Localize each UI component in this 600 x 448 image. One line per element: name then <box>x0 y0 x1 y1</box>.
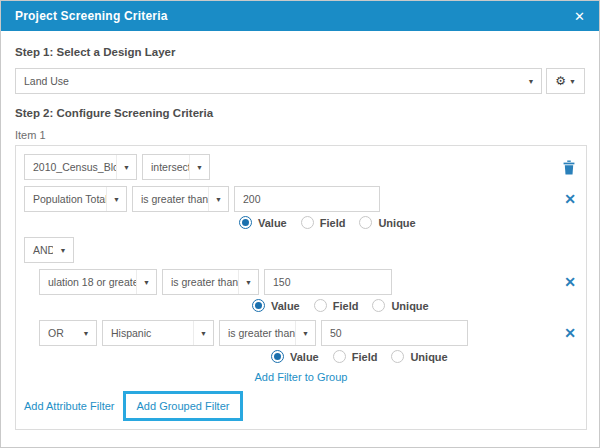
add-grouped-filter-highlight: Add Grouped Filter <box>123 391 244 421</box>
dialog-title: Project Screening Criteria <box>15 9 168 23</box>
chevron-down-icon: ▼ <box>116 155 136 179</box>
spatial-relation-select[interactable]: intersects ▼ <box>142 154 210 180</box>
grouped-filter1-field-value: ulation 18 or greater <box>40 276 136 288</box>
grouped-filter2-value-input[interactable] <box>321 320 468 346</box>
chevron-down-icon: ▼ <box>238 270 258 294</box>
radio-field[interactable]: Field <box>314 299 359 312</box>
filter1-mode-radios: Value Field Unique <box>24 216 578 229</box>
step1-label: Step 1: Select a Design Layer <box>15 46 585 58</box>
chevron-down-icon: ▼ <box>521 69 541 93</box>
radio-selected-icon <box>239 216 252 229</box>
radio-value[interactable]: Value <box>252 299 300 312</box>
chevron-down-icon: ▼ <box>53 238 73 262</box>
radio-unselected-icon <box>359 216 372 229</box>
group-operator-row: AND ▼ <box>24 237 578 263</box>
remove-filter1-button[interactable]: ✕ <box>562 192 578 206</box>
item-header-row: 2010_Census_Blocks ▼ intersects ▼ <box>24 154 578 180</box>
radio-unselected-icon <box>391 350 404 363</box>
design-layer-value: Land Use <box>16 75 521 87</box>
chevron-down-icon: ▼ <box>193 321 213 345</box>
grouped-filter-row-2: OR ▼ Hispanic ▼ is greater than ▼ ✕ <box>24 320 578 346</box>
radio-unselected-icon <box>314 299 327 312</box>
radio-unselected-icon <box>333 350 346 363</box>
dialog-header: Project Screening Criteria ✕ <box>1 1 599 31</box>
filter1-value-input[interactable] <box>234 186 380 212</box>
radio-field[interactable]: Field <box>333 350 378 363</box>
chevron-down-icon: ▼ <box>208 187 228 211</box>
radio-value[interactable]: Value <box>239 216 287 229</box>
add-attribute-filter-link[interactable]: Add Attribute Filter <box>24 400 115 412</box>
radio-selected-icon <box>252 299 265 312</box>
radio-unselected-icon <box>372 299 385 312</box>
radio-unique[interactable]: Unique <box>391 350 447 363</box>
grouped-filter1-value-input[interactable] <box>264 269 392 295</box>
remove-grouped-filter2-button[interactable]: ✕ <box>562 326 578 340</box>
project-screening-criteria-dialog: Project Screening Criteria ✕ Step 1: Sel… <box>0 0 600 448</box>
grouped-filter2-logic-select[interactable]: OR ▼ <box>39 320 97 346</box>
chevron-down-icon: ▼ <box>189 155 209 179</box>
grouped-filter2-field-select[interactable]: Hispanic ▼ <box>102 320 214 346</box>
group-operator-value: AND <box>25 244 53 256</box>
design-layer-select[interactable]: Land Use ▼ <box>15 68 542 94</box>
dialog-body: Step 1: Select a Design Layer Land Use ▼… <box>1 31 599 448</box>
remove-grouped-filter1-button[interactable]: ✕ <box>562 275 578 289</box>
grouped-filter2-field-value: Hispanic <box>103 327 193 339</box>
grouped-filter2-operator-value: is greater than <box>220 327 295 339</box>
radio-selected-icon <box>271 350 284 363</box>
design-layer-row: Land Use ▼ ⚙ ▼ <box>15 68 585 94</box>
add-filter-to-group-link[interactable]: Add Filter to Group <box>24 371 578 383</box>
grouped-filter2-mode-radios: Value Field Unique <box>24 350 578 363</box>
chevron-down-icon: ▼ <box>136 270 156 294</box>
radio-unique[interactable]: Unique <box>359 216 415 229</box>
filter-row-1: Population Total ▼ is greater than ▼ ✕ <box>24 186 578 212</box>
grouped-filter1-operator-value: is greater than <box>163 276 238 288</box>
add-item-button[interactable]: + Add Item <box>23 443 585 448</box>
delete-item-button[interactable] <box>562 160 576 175</box>
radio-unselected-icon <box>301 216 314 229</box>
layer-options-button[interactable]: ⚙ ▼ <box>546 68 585 94</box>
filter-links-row: Add Attribute Filter Add Grouped Filter <box>24 391 578 421</box>
grouped-filter-row-1: ulation 18 or greater ▼ is greater than … <box>24 269 578 295</box>
filter1-operator-value: is greater than <box>133 193 208 205</box>
grouped-filter1-mode-radios: Value Field Unique <box>24 299 578 312</box>
grouped-filter2-logic-value: OR <box>40 327 76 339</box>
group-operator-select[interactable]: AND ▼ <box>24 237 74 263</box>
radio-field[interactable]: Field <box>301 216 346 229</box>
grouped-filter2-operator-select[interactable]: is greater than ▼ <box>219 320 316 346</box>
source-layer-value: 2010_Census_Blocks <box>25 161 116 173</box>
plus-icon: + <box>23 443 33 448</box>
item-label: Item 1 <box>15 129 585 141</box>
source-layer-select[interactable]: 2010_Census_Blocks ▼ <box>24 154 137 180</box>
grouped-filter1-field-select[interactable]: ulation 18 or greater ▼ <box>39 269 157 295</box>
spatial-relation-value: intersects <box>143 161 189 173</box>
chevron-down-icon: ▼ <box>106 187 126 211</box>
close-icon[interactable]: ✕ <box>574 10 585 23</box>
screening-item-card: 2010_Census_Blocks ▼ intersects ▼ <box>15 145 587 430</box>
grouped-filter1-operator-select[interactable]: is greater than ▼ <box>162 269 259 295</box>
radio-value[interactable]: Value <box>271 350 319 363</box>
filter1-operator-select[interactable]: is greater than ▼ <box>132 186 229 212</box>
chevron-down-icon: ▼ <box>569 78 576 85</box>
radio-unique[interactable]: Unique <box>372 299 428 312</box>
filter1-field-value: Population Total <box>25 193 106 205</box>
trash-icon <box>562 160 576 175</box>
gear-icon: ⚙ <box>555 75 566 87</box>
chevron-down-icon: ▼ <box>76 321 96 345</box>
add-grouped-filter-link[interactable]: Add Grouped Filter <box>137 400 230 412</box>
step2-label: Step 2: Configure Screening Criteria <box>15 107 585 119</box>
chevron-down-icon: ▼ <box>295 321 315 345</box>
filter1-field-select[interactable]: Population Total ▼ <box>24 186 127 212</box>
